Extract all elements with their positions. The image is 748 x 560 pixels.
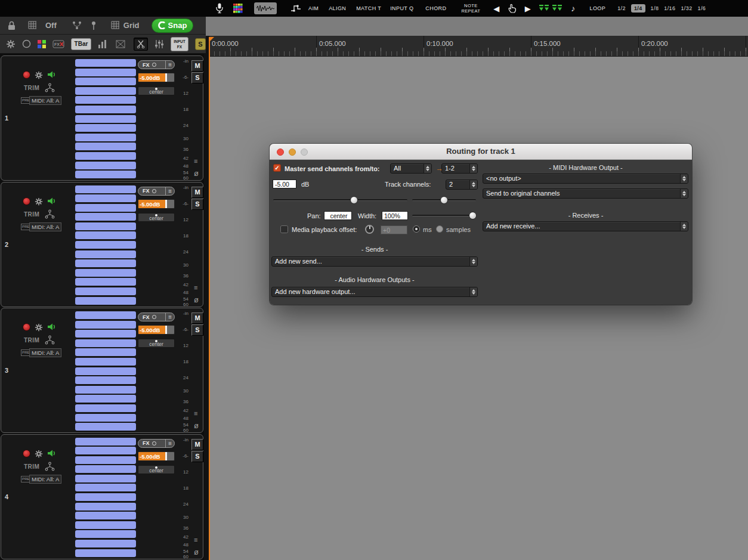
note-division-1-2[interactable]: 1/2 — [617, 5, 626, 11]
volume-fader[interactable]: -5.00dB — [138, 199, 175, 209]
media-lane-bar[interactable] — [75, 134, 136, 141]
routing-icon[interactable] — [45, 83, 55, 92]
media-lane-bar[interactable] — [75, 269, 136, 277]
gear-icon[interactable] — [35, 197, 43, 206]
play-button[interactable]: ▶ — [525, 4, 531, 13]
pan-handle[interactable] — [155, 340, 157, 342]
media-lane-bar[interactable] — [75, 87, 136, 95]
media-lane-bar[interactable] — [75, 521, 136, 529]
volume-slider-thumb[interactable] — [350, 196, 358, 204]
meter-bars-icon[interactable] — [98, 39, 107, 49]
midi-input-selector[interactable]: MIDI: All: A — [29, 222, 61, 231]
chord-button[interactable]: CHORD — [425, 5, 446, 11]
media-lane-bar[interactable] — [75, 231, 136, 239]
monitor-speaker-icon[interactable] — [47, 322, 57, 332]
grouping-icon[interactable] — [28, 21, 37, 30]
fx-bypass-icon[interactable]: FX — [52, 39, 64, 49]
drop-markers-icon-2[interactable] — [552, 5, 562, 13]
edit-cursor-flag[interactable] — [209, 37, 214, 42]
media-lane-bar[interactable] — [75, 484, 136, 491]
ripple-off-label[interactable]: Off — [45, 21, 57, 30]
media-lane-bar[interactable] — [75, 278, 136, 286]
volume-slider[interactable] — [273, 199, 407, 201]
track-row[interactable]: TRIM PRE MIDI: All: A 4 FX ≡ -5.00dB cen… — [1, 434, 203, 559]
fx-button[interactable]: FX ≡ — [138, 313, 175, 321]
metronome-note-icon[interactable]: ♪ — [571, 4, 575, 13]
media-lane-bar[interactable] — [75, 330, 136, 338]
media-lane-bar[interactable] — [75, 78, 136, 85]
note-division-1-4[interactable]: 1/4 — [631, 4, 645, 13]
monitor-speaker-icon[interactable] — [47, 196, 57, 206]
media-lane-bar[interactable] — [75, 512, 136, 519]
fx-menu-icon[interactable]: ≡ — [165, 440, 174, 447]
media-lane-bar[interactable] — [75, 465, 136, 473]
fx-enable-circle-icon[interactable] — [152, 315, 156, 319]
width-slider[interactable] — [412, 215, 476, 216]
trim-mode-button[interactable]: TRIM — [24, 85, 39, 91]
media-lane-bar[interactable] — [75, 171, 136, 178]
media-lane-bar[interactable] — [75, 213, 136, 221]
gear-icon[interactable] — [35, 450, 43, 458]
width-slider-thumb[interactable] — [469, 212, 477, 219]
grid-icon[interactable] — [111, 21, 120, 30]
width-field[interactable]: 100% — [382, 211, 408, 220]
media-lane-bar[interactable] — [75, 339, 136, 347]
media-lane-bar[interactable] — [75, 423, 136, 431]
input-fx-button[interactable]: INPUT FX — [171, 37, 188, 51]
fx-enable-circle-icon[interactable] — [152, 189, 156, 193]
s-button[interactable]: S — [195, 38, 206, 50]
automation-step-icon[interactable] — [290, 4, 301, 13]
media-lane-bar[interactable] — [75, 222, 136, 230]
phase-icon[interactable]: ø — [194, 169, 199, 178]
media-lane-bar[interactable] — [75, 185, 136, 193]
offset-samples-radio[interactable] — [436, 225, 443, 233]
media-lane-bar[interactable] — [75, 115, 136, 123]
media-lane-bar[interactable] — [75, 503, 136, 511]
close-button[interactable] — [277, 148, 284, 156]
track-row[interactable]: TRIM PRE MIDI: All: A 1 FX ≡ -5.00dB cen… — [1, 55, 203, 181]
media-lane-bar[interactable] — [75, 259, 136, 267]
lanes-icon[interactable]: ≡ — [194, 157, 197, 165]
color-palette-icon[interactable] — [233, 4, 243, 13]
media-lane-bar[interactable] — [75, 59, 136, 67]
volume-fader[interactable]: -5.00dB — [138, 451, 175, 461]
pan-control[interactable]: center — [138, 465, 175, 474]
track-channels-select[interactable]: 2 — [446, 180, 478, 190]
media-lane-bar[interactable] — [75, 287, 136, 295]
volume-handle[interactable] — [165, 200, 167, 208]
record-arm-button[interactable] — [23, 71, 30, 79]
lanes-icon[interactable]: ≡ — [194, 284, 197, 291]
media-lane-bar[interactable] — [75, 367, 136, 375]
grid-label[interactable]: Grid — [123, 21, 140, 30]
midi-input-selector[interactable]: MIDI: All: A — [29, 96, 61, 105]
note-division-1-6[interactable]: 1/6 — [698, 5, 706, 11]
media-lane-bar[interactable] — [75, 386, 136, 394]
media-lane-bar[interactable] — [75, 124, 136, 132]
dialog-titlebar[interactable]: Routing for track 1 — [270, 144, 692, 160]
mixer-icon[interactable] — [154, 39, 164, 49]
arrange-area[interactable] — [209, 57, 748, 560]
midi-output-device-select[interactable]: <no output> — [483, 174, 688, 184]
solo-button[interactable]: S — [191, 324, 203, 336]
pin-icon[interactable] — [91, 21, 97, 30]
loop-button[interactable]: LOOP — [590, 5, 606, 11]
drop-markers-icon[interactable] — [539, 5, 549, 13]
trim-mode-button[interactable]: TRIM — [24, 463, 39, 470]
media-lane-bar[interactable] — [75, 414, 136, 422]
waveform-display-icon[interactable] — [254, 2, 277, 14]
mute-button[interactable]: M — [191, 313, 203, 324]
fx-menu-icon[interactable]: ≡ — [165, 187, 174, 195]
media-lane-bar[interactable] — [75, 404, 136, 412]
track-row[interactable]: TRIM PRE MIDI: All: A 3 FX ≡ -5.00dB cen… — [1, 308, 203, 433]
volume-fader[interactable]: -5.00dB — [138, 73, 175, 82]
media-lane-bar[interactable] — [75, 438, 136, 445]
trim-mode-button[interactable]: TRIM — [24, 337, 39, 344]
offset-knob[interactable] — [365, 225, 374, 234]
circle-tool-icon[interactable] — [22, 39, 31, 48]
lock-icon[interactable] — [7, 21, 16, 30]
media-lane-bar[interactable] — [75, 358, 136, 366]
fx-button[interactable]: FX ≡ — [138, 187, 175, 196]
hand-tap-icon[interactable] — [508, 4, 517, 13]
palette-tool-icon[interactable] — [38, 40, 46, 48]
match-t-button[interactable]: MATCH T — [356, 5, 381, 11]
